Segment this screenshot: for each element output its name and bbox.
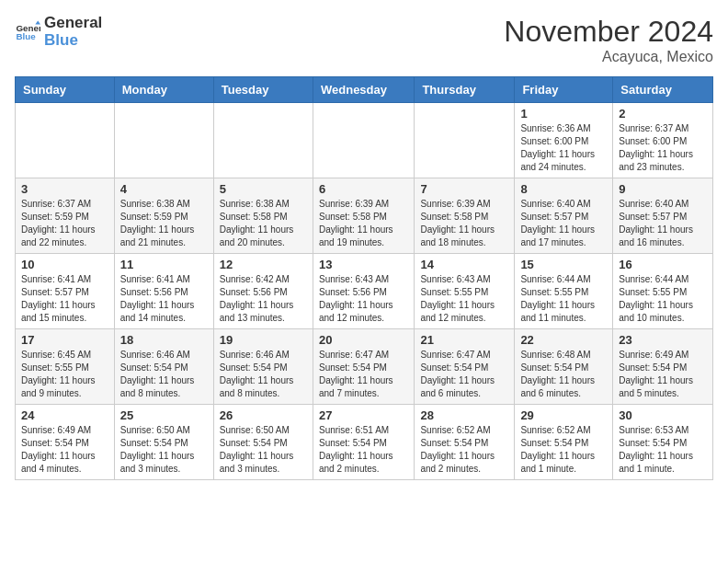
calendar-week-row: 1Sunrise: 6:36 AM Sunset: 6:00 PM Daylig…	[16, 103, 713, 178]
day-info: Sunrise: 6:39 AM Sunset: 5:58 PM Dayligh…	[420, 198, 508, 249]
calendar-day-cell: 9Sunrise: 6:40 AM Sunset: 5:57 PM Daylig…	[613, 178, 713, 254]
calendar-day-cell	[415, 103, 515, 178]
day-number: 23	[619, 333, 707, 347]
calendar-day-cell	[114, 103, 213, 178]
day-info: Sunrise: 6:50 AM Sunset: 5:54 PM Dayligh…	[220, 424, 307, 476]
day-info: Sunrise: 6:53 AM Sunset: 5:54 PM Dayligh…	[619, 424, 707, 476]
calendar-week-row: 10Sunrise: 6:41 AM Sunset: 5:57 PM Dayli…	[16, 254, 713, 329]
weekday-header-cell: Sunday	[16, 77, 115, 103]
day-number: 14	[420, 258, 508, 271]
day-number: 15	[520, 258, 607, 271]
day-number: 18	[120, 333, 208, 347]
day-info: Sunrise: 6:43 AM Sunset: 5:56 PM Dayligh…	[319, 273, 408, 325]
calendar-day-cell: 21Sunrise: 6:47 AM Sunset: 5:54 PM Dayli…	[415, 329, 515, 405]
day-number: 25	[120, 408, 208, 422]
page-header: General Blue General Blue November 2024 …	[15, 15, 713, 65]
day-info: Sunrise: 6:47 AM Sunset: 5:54 PM Dayligh…	[319, 349, 408, 400]
day-number: 13	[319, 258, 408, 271]
day-info: Sunrise: 6:38 AM Sunset: 5:59 PM Dayligh…	[120, 198, 208, 249]
location-title: Acayuca, Mexico	[504, 49, 713, 65]
weekday-header-cell: Thursday	[415, 77, 515, 103]
logo-general-text: General	[44, 15, 102, 32]
day-info: Sunrise: 6:46 AM Sunset: 5:54 PM Dayligh…	[120, 349, 208, 400]
day-number: 3	[21, 182, 108, 196]
calendar-day-cell: 20Sunrise: 6:47 AM Sunset: 5:54 PM Dayli…	[313, 329, 414, 405]
weekday-header-cell: Tuesday	[213, 77, 313, 103]
calendar-day-cell: 11Sunrise: 6:41 AM Sunset: 5:56 PM Dayli…	[114, 254, 213, 329]
day-number: 7	[420, 182, 508, 196]
calendar-day-cell: 4Sunrise: 6:38 AM Sunset: 5:59 PM Daylig…	[114, 178, 213, 254]
weekday-header-cell: Saturday	[613, 77, 713, 103]
calendar-day-cell: 26Sunrise: 6:50 AM Sunset: 5:54 PM Dayli…	[213, 405, 313, 480]
calendar-day-cell: 12Sunrise: 6:42 AM Sunset: 5:56 PM Dayli…	[213, 254, 313, 329]
logo: General Blue General Blue	[15, 15, 102, 49]
day-info: Sunrise: 6:41 AM Sunset: 5:56 PM Dayligh…	[120, 273, 208, 325]
day-number: 12	[220, 258, 307, 271]
calendar-day-cell: 25Sunrise: 6:50 AM Sunset: 5:54 PM Dayli…	[114, 405, 213, 480]
day-info: Sunrise: 6:45 AM Sunset: 5:55 PM Dayligh…	[21, 349, 108, 400]
calendar-day-cell: 24Sunrise: 6:49 AM Sunset: 5:54 PM Dayli…	[16, 405, 115, 480]
calendar-body: 1Sunrise: 6:36 AM Sunset: 6:00 PM Daylig…	[16, 103, 713, 480]
day-info: Sunrise: 6:37 AM Sunset: 5:59 PM Dayligh…	[21, 198, 108, 249]
day-info: Sunrise: 6:50 AM Sunset: 5:54 PM Dayligh…	[120, 424, 208, 476]
day-number: 10	[21, 258, 108, 271]
weekday-header-row: SundayMondayTuesdayWednesdayThursdayFrid…	[16, 77, 713, 103]
day-number: 24	[21, 408, 108, 422]
calendar-day-cell: 1Sunrise: 6:36 AM Sunset: 6:00 PM Daylig…	[515, 103, 613, 178]
calendar-day-cell	[213, 103, 313, 178]
day-number: 11	[120, 258, 208, 271]
day-info: Sunrise: 6:40 AM Sunset: 5:57 PM Dayligh…	[619, 198, 707, 249]
day-number: 26	[220, 408, 307, 422]
day-number: 22	[520, 333, 607, 347]
calendar-day-cell: 27Sunrise: 6:51 AM Sunset: 5:54 PM Dayli…	[313, 405, 414, 480]
day-info: Sunrise: 6:51 AM Sunset: 5:54 PM Dayligh…	[319, 424, 408, 476]
calendar-day-cell: 13Sunrise: 6:43 AM Sunset: 5:56 PM Dayli…	[313, 254, 414, 329]
weekday-header-cell: Monday	[114, 77, 213, 103]
day-info: Sunrise: 6:42 AM Sunset: 5:56 PM Dayligh…	[220, 273, 307, 325]
day-info: Sunrise: 6:37 AM Sunset: 6:00 PM Dayligh…	[619, 122, 707, 174]
day-info: Sunrise: 6:39 AM Sunset: 5:58 PM Dayligh…	[319, 198, 408, 249]
day-number: 17	[21, 333, 108, 347]
calendar-day-cell: 15Sunrise: 6:44 AM Sunset: 5:55 PM Dayli…	[515, 254, 613, 329]
day-info: Sunrise: 6:40 AM Sunset: 5:57 PM Dayligh…	[520, 198, 607, 249]
weekday-header-cell: Friday	[515, 77, 613, 103]
calendar-day-cell: 18Sunrise: 6:46 AM Sunset: 5:54 PM Dayli…	[114, 329, 213, 405]
calendar-day-cell: 8Sunrise: 6:40 AM Sunset: 5:57 PM Daylig…	[515, 178, 613, 254]
calendar-day-cell	[16, 103, 115, 178]
svg-text:Blue: Blue	[16, 31, 36, 41]
day-info: Sunrise: 6:44 AM Sunset: 5:55 PM Dayligh…	[520, 273, 607, 325]
day-number: 27	[319, 408, 408, 422]
calendar-week-row: 24Sunrise: 6:49 AM Sunset: 5:54 PM Dayli…	[16, 405, 713, 480]
day-info: Sunrise: 6:46 AM Sunset: 5:54 PM Dayligh…	[220, 349, 307, 400]
logo-blue-text: Blue	[44, 32, 102, 50]
calendar-day-cell: 28Sunrise: 6:52 AM Sunset: 5:54 PM Dayli…	[415, 405, 515, 480]
day-number: 1	[520, 107, 607, 121]
day-number: 19	[220, 333, 307, 347]
weekday-header-cell: Wednesday	[313, 77, 414, 103]
calendar-day-cell: 30Sunrise: 6:53 AM Sunset: 5:54 PM Dayli…	[613, 405, 713, 480]
calendar-day-cell: 19Sunrise: 6:46 AM Sunset: 5:54 PM Dayli…	[213, 329, 313, 405]
day-info: Sunrise: 6:41 AM Sunset: 5:57 PM Dayligh…	[21, 273, 108, 325]
day-number: 29	[520, 408, 607, 422]
day-info: Sunrise: 6:49 AM Sunset: 5:54 PM Dayligh…	[619, 349, 707, 400]
day-number: 4	[120, 182, 208, 196]
calendar-day-cell: 2Sunrise: 6:37 AM Sunset: 6:00 PM Daylig…	[613, 103, 713, 178]
day-number: 21	[420, 333, 508, 347]
calendar-day-cell: 3Sunrise: 6:37 AM Sunset: 5:59 PM Daylig…	[16, 178, 115, 254]
month-title: November 2024	[504, 15, 713, 49]
logo-icon: General Blue	[15, 19, 40, 45]
calendar-week-row: 17Sunrise: 6:45 AM Sunset: 5:55 PM Dayli…	[16, 329, 713, 405]
day-number: 5	[220, 182, 307, 196]
calendar-day-cell: 10Sunrise: 6:41 AM Sunset: 5:57 PM Dayli…	[16, 254, 115, 329]
day-number: 16	[619, 258, 707, 271]
calendar-week-row: 3Sunrise: 6:37 AM Sunset: 5:59 PM Daylig…	[16, 178, 713, 254]
day-number: 6	[319, 182, 408, 196]
day-info: Sunrise: 6:38 AM Sunset: 5:58 PM Dayligh…	[220, 198, 307, 249]
title-block: November 2024 Acayuca, Mexico	[504, 15, 713, 65]
day-info: Sunrise: 6:52 AM Sunset: 5:54 PM Dayligh…	[420, 424, 508, 476]
day-info: Sunrise: 6:49 AM Sunset: 5:54 PM Dayligh…	[21, 424, 108, 476]
calendar-table: SundayMondayTuesdayWednesdayThursdayFrid…	[15, 76, 713, 480]
calendar-day-cell: 17Sunrise: 6:45 AM Sunset: 5:55 PM Dayli…	[16, 329, 115, 405]
day-info: Sunrise: 6:48 AM Sunset: 5:54 PM Dayligh…	[520, 349, 607, 400]
calendar-day-cell: 22Sunrise: 6:48 AM Sunset: 5:54 PM Dayli…	[515, 329, 613, 405]
